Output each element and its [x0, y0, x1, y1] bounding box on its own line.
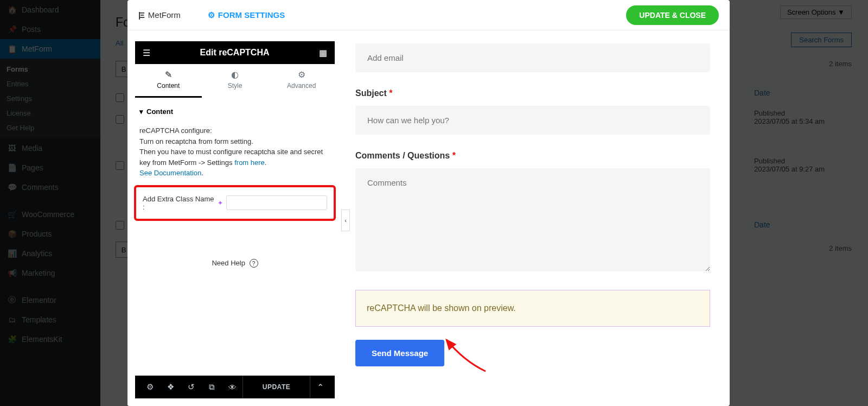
help-icon: ? — [250, 259, 258, 268]
modal-body: ☰ Edit reCAPTCHA ▦ ✎Content ◐Style ⚙Adva… — [127, 30, 730, 406]
recaptcha-preview-notice: reCAPTCHA will be shown on preview. — [355, 290, 710, 327]
chevron-up-icon[interactable]: ⌃ — [310, 376, 330, 398]
widgets-grid-icon[interactable]: ▦ — [319, 48, 327, 58]
tab-content[interactable]: ✎Content — [135, 64, 202, 98]
responsive-icon[interactable]: ⧉ — [201, 382, 222, 392]
panel-tabs: ✎Content ◐Style ⚙Advanced — [135, 64, 335, 98]
brand: |ΞMetForm — [138, 10, 181, 20]
form-settings-link[interactable]: ⚙FORM SETTINGS — [208, 10, 285, 20]
comments-textarea[interactable] — [355, 168, 710, 271]
subject-label: Subject * — [355, 88, 710, 98]
subject-field-wrap: Subject * — [355, 88, 710, 135]
form-preview: Subject * Comments / Questions * reCAPTC… — [342, 30, 730, 406]
need-help[interactable]: Need Help ? — [139, 259, 330, 268]
modal-header: |ΞMetForm ⚙FORM SETTINGS UPDATE & CLOSE — [127, 0, 730, 30]
tab-advanced[interactable]: ⚙Advanced — [268, 64, 335, 98]
gear-icon: ⚙ — [208, 10, 215, 20]
send-message-button[interactable]: Send Message — [355, 340, 444, 366]
panel-content: ▾Content reCAPTCHA configure: Turn on re… — [127, 98, 342, 376]
comments-field-wrap: Comments / Questions * — [355, 151, 710, 274]
caret-down-icon: ▾ — [139, 107, 143, 116]
subject-input[interactable] — [355, 106, 710, 135]
menu-icon[interactable]: ☰ — [143, 48, 150, 58]
settings-icon[interactable]: ⚙ — [139, 382, 160, 392]
recaptcha-info-text: reCAPTCHA configure: Turn on recaptcha f… — [139, 125, 330, 179]
tab-style[interactable]: ◐Style — [202, 64, 269, 98]
panel-header: ☰ Edit reCAPTCHA ▦ — [135, 41, 335, 64]
history-icon[interactable]: ↺ — [181, 382, 201, 392]
gear-icon: ⚙ — [268, 69, 335, 80]
panel-title: Edit reCAPTCHA — [200, 48, 269, 58]
pencil-icon: ✎ — [135, 69, 202, 80]
elementor-logo-icon: |Ξ — [138, 10, 144, 20]
email-input[interactable] — [355, 43, 710, 72]
update-close-button[interactable]: UPDATE & CLOSE — [626, 5, 719, 25]
update-button[interactable]: UPDATE — [242, 376, 310, 398]
see-documentation-link[interactable]: See Documentation — [139, 169, 201, 177]
extra-class-input[interactable] — [226, 195, 327, 210]
metform-editor-modal: |ΞMetForm ⚙FORM SETTINGS UPDATE & CLOSE … — [127, 0, 730, 406]
email-field-wrap — [355, 43, 710, 72]
editor-left-panel: ☰ Edit reCAPTCHA ▦ ✎Content ◐Style ⚙Adva… — [127, 30, 342, 406]
contrast-icon: ◐ — [202, 69, 269, 80]
navigator-icon[interactable]: ❖ — [160, 382, 181, 392]
ai-spark-icon[interactable]: ✦ — [218, 199, 223, 207]
panel-footer: ⚙ ❖ ↺ ⧉ 👁 UPDATE ⌃ — [135, 376, 335, 398]
section-content-head[interactable]: ▾Content — [139, 107, 330, 116]
from-here-link[interactable]: from here — [234, 158, 265, 167]
comments-label: Comments / Questions * — [355, 151, 710, 161]
extra-class-label: Add Extra Class Name : — [143, 195, 214, 211]
preview-icon[interactable]: 👁 — [222, 383, 242, 392]
extra-class-field-highlight: Add Extra Class Name : ✦ — [134, 185, 336, 221]
